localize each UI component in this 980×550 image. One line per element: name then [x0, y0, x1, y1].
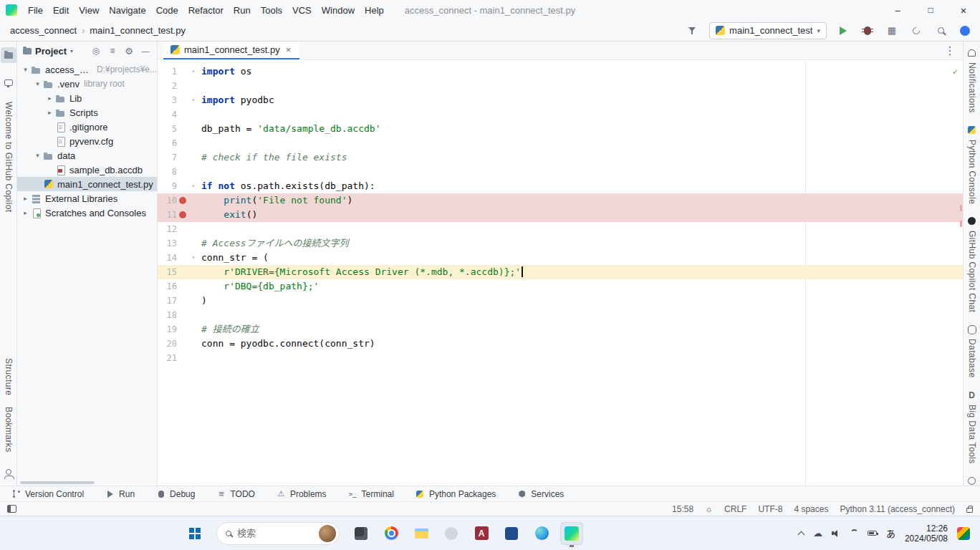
- tree-item-pyvenv-cfg[interactable]: pyvenv.cfg: [17, 134, 157, 148]
- store-app[interactable]: [500, 522, 523, 545]
- filter-icon[interactable]: [685, 23, 701, 39]
- ime-mode-indicator[interactable]: あ: [886, 526, 895, 540]
- layout-widget-icon[interactable]: [7, 505, 16, 513]
- volume-icon[interactable]: [832, 529, 841, 538]
- settings-app[interactable]: [440, 522, 463, 545]
- expander-icon[interactable]: ▸: [44, 95, 55, 102]
- coverage-button[interactable]: [884, 23, 900, 39]
- project-panel-title[interactable]: Project: [35, 46, 67, 57]
- status-widget-python-3-11-access-connect[interactable]: Python 3.11 (access_connect): [840, 504, 955, 514]
- gutter[interactable]: 20: [158, 337, 198, 351]
- tool-window-button-debug[interactable]: Debug: [156, 489, 195, 499]
- code-line-9[interactable]: 9▾if not os.path.exists(db_path):: [158, 179, 963, 193]
- tool-button-welcome-to-github-copilot[interactable]: Welcome to GitHub Copilot: [4, 102, 14, 213]
- menu-refactor[interactable]: Refactor: [183, 3, 229, 18]
- expander-icon[interactable]: ▾: [20, 66, 31, 73]
- gutter[interactable]: 7: [158, 150, 198, 165]
- menu-window[interactable]: Window: [317, 3, 360, 18]
- chrome-app[interactable]: [380, 522, 403, 545]
- file-explorer-app[interactable]: [410, 522, 433, 545]
- gutter[interactable]: 13: [158, 236, 198, 251]
- maximize-button[interactable]: [914, 0, 947, 20]
- gutter[interactable]: 21: [158, 351, 198, 365]
- gutter[interactable]: 8: [158, 165, 198, 179]
- code-line-5[interactable]: 5db_path = 'data/sample_db.accdb': [158, 122, 963, 136]
- tool-window-button-version-control[interactable]: Version Control: [11, 489, 84, 499]
- run-button[interactable]: [835, 23, 851, 39]
- horizontal-scrollbar[interactable]: [20, 481, 95, 484]
- lock-icon[interactable]: [966, 508, 973, 513]
- tree-item-scripts[interactable]: ▸Scripts: [17, 105, 157, 120]
- breadcrumb-item-access-connect[interactable]: access_connect: [7, 24, 80, 37]
- tray-app-icon[interactable]: [957, 527, 970, 540]
- gutter[interactable]: 3▾: [158, 93, 198, 107]
- tool-window-button-run[interactable]: Run: [105, 489, 135, 499]
- code-line-20[interactable]: 20conn = pyodbc.connect(conn_str): [158, 337, 963, 351]
- tool-button-python-console[interactable]: Python Console: [966, 125, 978, 204]
- pycharm-app[interactable]: [560, 522, 583, 545]
- fold-icon[interactable]: ▾: [188, 179, 198, 193]
- error-stripe-mark[interactable]: [960, 221, 962, 227]
- taskbar-clock[interactable]: 12:26 2024/05/08: [905, 524, 948, 544]
- breadcrumb-item-main1-connect-test-py[interactable]: main1_connect_test.py: [87, 24, 188, 37]
- code-line-8[interactable]: 8: [158, 165, 963, 179]
- status-widget-utf-8[interactable]: UTF-8: [758, 504, 782, 514]
- profiler-button[interactable]: [908, 23, 924, 39]
- expander-icon[interactable]: ▾: [32, 152, 43, 159]
- tree-item-scratches-and-consoles[interactable]: ▸Scratches and Consoles: [17, 206, 157, 220]
- expander-icon[interactable]: ▾: [32, 80, 43, 87]
- tool-button-github-copilot-chat[interactable]: GitHub Copilot Chat: [966, 216, 978, 312]
- tree-item-external-libraries[interactable]: ▸External Libraries: [17, 191, 157, 206]
- gutter[interactable]: 11: [158, 208, 198, 222]
- menu-help[interactable]: Help: [360, 3, 389, 18]
- fold-icon[interactable]: ▾: [188, 64, 198, 79]
- inspections-ok-icon[interactable]: [953, 64, 958, 79]
- menu-tools[interactable]: Tools: [256, 3, 287, 18]
- breakpoint-icon[interactable]: [177, 211, 188, 218]
- gutter[interactable]: 16: [158, 279, 198, 294]
- tree-item-lib[interactable]: ▸Lib: [17, 91, 157, 105]
- tree-item-access-connect[interactable]: ▾access_connectD:¥projects¥e...: [17, 62, 157, 77]
- code-line-10[interactable]: 10 print('File not found'): [158, 193, 963, 208]
- tab-close-icon[interactable]: ×: [284, 44, 293, 55]
- tool-window-button-todo[interactable]: TODO: [216, 489, 254, 499]
- fold-icon[interactable]: ▾: [188, 93, 198, 107]
- run-config-select[interactable]: main1_connect_test ▾: [709, 22, 827, 39]
- tab-options-button[interactable]: [937, 42, 963, 59]
- tool-button-notifications[interactable]: Notifications: [966, 47, 978, 113]
- expander-icon[interactable]: ▸: [44, 109, 55, 116]
- battery-icon[interactable]: [868, 531, 877, 536]
- code-line-12[interactable]: 12: [158, 222, 963, 236]
- code-line-11[interactable]: 11 exit(): [158, 208, 963, 222]
- start-button[interactable]: [182, 521, 206, 546]
- code-line-2[interactable]: 2: [158, 79, 963, 93]
- breakpoint-icon[interactable]: [177, 197, 188, 204]
- commit-tool-button[interactable]: [1, 74, 16, 90]
- gutter[interactable]: 10: [158, 193, 198, 208]
- onedrive-icon[interactable]: [813, 528, 822, 539]
- code-line-18[interactable]: 18: [158, 308, 963, 322]
- tool-window-button-python-packages[interactable]: Python Packages: [415, 489, 496, 499]
- gutter[interactable]: 17: [158, 294, 198, 308]
- tree-item-gitignore[interactable]: .gitignore: [17, 120, 157, 134]
- gutter[interactable]: 12: [158, 222, 198, 236]
- collapse-all-button[interactable]: [105, 44, 120, 58]
- code-editor[interactable]: 1▾import os23▾import pyodbc45db_path = '…: [158, 60, 963, 486]
- code-line-1[interactable]: 1▾import os: [158, 64, 963, 79]
- code-line-15[interactable]: 15 r'DRIVER={Microsoft Access Driver (*.…: [158, 265, 963, 279]
- menu-code[interactable]: Code: [151, 3, 183, 18]
- code-line-17[interactable]: 17): [158, 294, 963, 308]
- fold-icon[interactable]: ▾: [188, 251, 198, 265]
- edge-app[interactable]: [530, 522, 553, 545]
- gutter[interactable]: 15: [158, 265, 198, 279]
- tree-item-main1-connect-test-py[interactable]: main1_connect_test.py: [17, 177, 157, 191]
- code-line-21[interactable]: 21: [158, 351, 963, 365]
- gutter[interactable]: 2: [158, 79, 198, 93]
- sun-icon[interactable]: [705, 504, 713, 514]
- gutter[interactable]: 19: [158, 322, 198, 337]
- code-line-4[interactable]: 4: [158, 107, 963, 122]
- tray-expand-chevron-icon[interactable]: [797, 531, 804, 538]
- expander-icon[interactable]: ▸: [20, 209, 31, 216]
- widgets-app[interactable]: [350, 522, 373, 545]
- search-everywhere-button[interactable]: [933, 23, 948, 39]
